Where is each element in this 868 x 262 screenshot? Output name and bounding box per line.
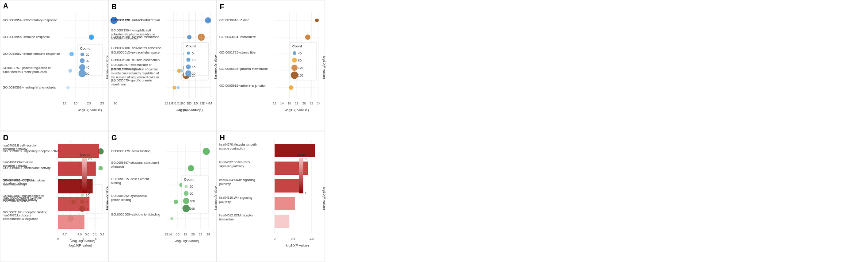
svg-text:8: 8 [305,158,306,161]
svg-text:Count: Count [186,44,196,48]
svg-point-216 [291,65,298,71]
svg-text:Count: Count [80,46,90,50]
svg-text:120: 120 [298,66,303,69]
svg-rect-129 [82,158,87,193]
svg-text:hsa04062:Chemokine: hsa04062:Chemokine [3,161,33,164]
svg-point-175 [186,65,191,69]
svg-text:50: 50 [86,72,89,75]
svg-point-203 [289,85,294,90]
svg-text:-log10(P-value): -log10(P-value) [322,55,326,79]
svg-text:-log10(P-value): -log10(P-value) [285,108,309,112]
svg-text:hsa04064:NF-kappa B: hsa04064:NF-kappa B [3,178,34,182]
svg-point-256 [185,185,188,188]
svg-text:signaling pathway: signaling pathway [3,164,27,168]
dot-A-3 [69,52,74,56]
svg-text:E: E [111,3,116,11]
svg-text:GO:0043034~costamere: GO:0043034~costamere [219,35,256,39]
svg-text:2.0: 2.0 [181,102,185,105]
svg-text:1.5: 1.5 [175,102,179,105]
svg-rect-114 [58,162,96,176]
svg-text:receptor interaction: receptor interaction [3,200,29,203]
svg-point-212 [293,51,296,55]
svg-text:GO:0007156~homophilic cell: GO:0007156~homophilic cell [111,29,151,32]
svg-text:Count: Count [297,153,306,157]
svg-text:20: 20 [302,102,306,105]
svg-text:transendothelial migration: transendothelial migration [3,217,38,221]
svg-text:20: 20 [86,53,89,56]
svg-text:GO:0003779~actin binding: GO:0003779~actin binding [111,149,150,153]
panel-F: F 12 14 16 18 20 22 24 [217,0,325,131]
svg-text:15: 15 [74,101,78,105]
svg-text:muscle contraction by regulati: muscle contraction by regulation of [111,72,159,75]
svg-text:1.0: 1.0 [309,237,314,240]
chart-F: F 12 14 16 18 20 22 24 [217,0,325,131]
panel-label-A: A [3,2,8,10]
svg-text:hsa04022:cGMP-PKG: hsa04022:cGMP-PKG [219,161,250,164]
svg-text:14: 14 [168,233,172,236]
panel-D: D 0 2 4 6 [0,131,108,262]
svg-text:hsa04512:ECM-receptor: hsa04512:ECM-receptor [219,214,253,217]
svg-text:60: 60 [190,192,193,195]
svg-point-156 [180,69,184,73]
svg-point-177 [185,70,191,77]
svg-text:3.0: 3.0 [193,102,198,105]
svg-text:muscle contraction: muscle contraction [219,147,245,150]
svg-text:5: 5 [192,52,194,55]
svg-rect-274 [275,179,302,193]
svg-text:4: 4 [82,237,84,240]
svg-text:3.5: 3.5 [199,102,204,105]
svg-text:interaction: interaction [219,218,233,221]
svg-text:20: 20 [190,185,193,188]
svg-text:hsa04024:cAMP signaling: hsa04024:cAMP signaling [219,178,255,182]
svg-point-199 [315,19,319,22]
svg-point-244 [170,217,173,220]
svg-point-157 [176,86,180,89]
svg-text:GO:0005886~plasma membrane: GO:0005886~plasma membrane [219,67,268,71]
svg-text:pathway: pathway [219,182,231,186]
chart-H: H 0 0.5 1.0 -log10(P-value [217,131,325,262]
svg-text:pathway: pathway [219,200,231,204]
svg-point-241 [188,165,194,171]
svg-text:0.5: 0.5 [291,237,295,240]
svg-text:binding: binding [111,181,121,185]
svg-rect-117 [58,215,84,229]
svg-text:-log10(P-value): -log10(P-value) [78,108,102,112]
svg-text:40: 40 [86,66,89,69]
svg-text:GO:0005509~calcium ion binding: GO:0005509~calcium ion binding [111,212,160,216]
svg-text:hsa04662:B cell receptor: hsa04662:B cell receptor [3,144,37,147]
dot-A-2 [89,35,94,40]
svg-point-18 [80,58,85,63]
svg-text:F: F [220,3,224,11]
svg-text:hsa04270:Vascular smooth: hsa04270:Vascular smooth [219,143,256,146]
svg-text:18: 18 [184,233,187,236]
svg-point-16 [80,53,84,56]
chart-E: E 1.0 1.5 2.0 2.5 3.0 3.5 4.0 [109,0,217,131]
row-label-A-2: GO:0006955~immune response [3,35,50,39]
svg-point-260 [183,198,189,204]
svg-text:hsa04060:Cytokine-cytokine: hsa04060:Cytokine-cytokine [3,196,42,200]
svg-text:16: 16 [176,233,180,236]
svg-text:-log10(P-value): -log10(P-value) [285,243,309,247]
svg-point-22 [79,70,86,77]
svg-text:-log10(P-value): -log10(P-value) [68,243,92,247]
svg-text:2: 2 [70,237,72,240]
svg-text:28: 28 [88,158,92,161]
svg-rect-116 [58,197,89,211]
svg-text:22: 22 [199,233,203,236]
svg-text:30: 30 [86,59,89,62]
svg-text:12: 12 [63,101,67,105]
svg-text:20: 20 [87,101,91,105]
svg-text:25: 25 [100,101,104,105]
svg-text:0: 0 [274,237,275,240]
legend-A: Count 20 30 40 50 [78,45,102,77]
svg-text:15: 15 [192,66,195,69]
chart-D: D 0 2 4 6 [0,131,109,262]
svg-text:40: 40 [298,52,302,55]
svg-text:20: 20 [191,233,195,236]
dot-A-5 [66,86,69,89]
svg-text:GO:0007160~cell-matrix adhesio: GO:0007160~cell-matrix adhesion [111,46,161,50]
svg-point-240 [203,148,210,155]
svg-rect-115 [58,179,93,193]
svg-point-258 [184,191,189,196]
svg-text:GO:0008307~structural constitu: GO:0008307~structural constituent [111,161,159,164]
